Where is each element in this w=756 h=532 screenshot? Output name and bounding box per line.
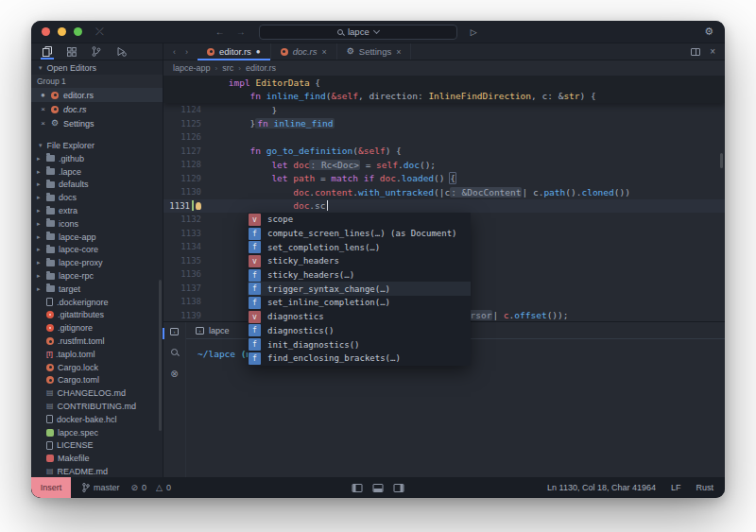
folder-item[interactable]: ▸docs (31, 191, 163, 204)
code-token: str (563, 91, 579, 101)
file-item[interactable]: LICENSE (31, 439, 163, 453)
folder-item[interactable]: ▸extra (31, 204, 163, 217)
folder-item[interactable]: ▸defaults (31, 179, 163, 192)
tab-editor.rs[interactable]: editor.rs● (198, 43, 271, 60)
completion-item[interactable]: ffind_enclosing_brackets(…) (248, 352, 471, 366)
folder-icon (46, 233, 55, 240)
completion-item[interactable]: vscope (248, 213, 471, 227)
item-label: .gitignore (58, 323, 93, 333)
error-icon: ⊘ (131, 483, 139, 492)
rust-file-icon (46, 337, 54, 345)
file-explorer-header[interactable]: ▾ File Explorer (31, 138, 163, 152)
history-nav: ← → (215, 26, 246, 37)
sticky-line: fn inline_find(&self, direction: InlineF… (163, 90, 725, 104)
line-number-text: 1128 (180, 160, 201, 169)
completion-popup: vscopefcompute_screen_lines(…) (as Docum… (248, 213, 471, 366)
folder-item[interactable]: ▸icons (31, 217, 163, 231)
explorer-icon[interactable] (43, 43, 52, 60)
open-editor-item[interactable]: ●editor.rs (31, 88, 163, 102)
tab-Settings[interactable]: ⚙Settings× (337, 43, 412, 60)
line-ending[interactable]: LF (671, 483, 681, 492)
tab-forward-icon[interactable]: › (185, 47, 188, 57)
forward-arrow-icon[interactable]: → (236, 26, 246, 37)
file-item[interactable]: .gitattributes (31, 309, 163, 322)
branch-indicator[interactable]: master (82, 483, 120, 492)
split-editor-icon[interactable] (691, 48, 700, 56)
command-palette-search[interactable]: lapce (259, 25, 457, 40)
source-control-icon[interactable] (92, 43, 101, 60)
back-arrow-icon[interactable]: ← (215, 26, 225, 37)
close-icon[interactable]: × (322, 47, 327, 57)
language-mode[interactable]: Rust (696, 483, 713, 492)
file-item[interactable]: .gitignore (31, 321, 163, 335)
breadcrumb-segment: editor.rs (246, 63, 276, 73)
file-item[interactable]: ▤README.md (31, 465, 163, 478)
open-editor-item[interactable]: ×doc.rs (31, 102, 163, 116)
code-action-lightbulb-icon[interactable] (196, 202, 201, 210)
folder-item[interactable]: ▸lapce-rpc (31, 269, 163, 283)
toggle-bottom-panel-icon[interactable] (373, 484, 384, 492)
function-kind-icon: f (249, 352, 261, 365)
file-item[interactable]: ▤CONTRIBUTING.md (31, 400, 163, 413)
completion-item[interactable]: fsticky_headers(…) (248, 268, 471, 283)
spec-file-icon (46, 429, 54, 437)
item-label: docker-bake.hcl (57, 415, 117, 424)
toggle-left-panel-icon[interactable] (352, 484, 363, 492)
window-minimize-button[interactable] (58, 27, 66, 36)
editor-scrollbar[interactable] (720, 153, 723, 168)
cursor-position[interactable]: Ln 1130, Col 18, Char 41964 (547, 483, 656, 492)
problems-indicator[interactable]: ⊘ 0 △ 0 (131, 483, 172, 492)
tab-back-icon[interactable]: ‹ (173, 47, 176, 57)
file-item[interactable]: .rustfmt.toml (31, 335, 163, 348)
line-number: 1128 (163, 160, 207, 169)
file-item[interactable]: lapce.spec (31, 426, 163, 439)
folder-item[interactable]: ▸target (31, 283, 163, 296)
folder-item[interactable]: ▸.github (31, 152, 163, 165)
completion-item[interactable]: fdiagnostics() (248, 324, 471, 338)
problems-panel-icon[interactable]: ⊗ (170, 369, 178, 379)
completion-item[interactable]: vdiagnostics (248, 310, 471, 324)
debug-icon[interactable] (116, 43, 127, 60)
item-label: .gitattributes (58, 310, 104, 319)
mode-badge[interactable]: Insert (31, 477, 71, 498)
toggle-right-panel-icon[interactable] (394, 484, 404, 492)
completion-item[interactable]: vsticky_headers (248, 254, 471, 268)
open-editor-item[interactable]: ×⚙Settings (31, 116, 163, 130)
terminal-panel-icon[interactable]: › (170, 328, 179, 335)
folder-item[interactable]: ▸.lapce (31, 165, 163, 179)
open-editor-label: editor.rs (63, 91, 94, 100)
close-icon[interactable]: × (710, 46, 715, 57)
completion-item[interactable]: ftrigger_syntax_change(…) (248, 282, 471, 296)
file-item[interactable]: Cargo.toml (31, 374, 163, 387)
completion-item[interactable]: fset_inline_completion(…) (248, 296, 471, 310)
open-editors-header[interactable]: ▾ Open Editors (31, 60, 163, 75)
search-panel-icon[interactable] (171, 349, 178, 355)
completion-item[interactable]: fcompute_screen_lines(…) (as Document) (248, 227, 471, 241)
settings-gear-icon[interactable]: ⚙ (704, 26, 713, 38)
window-zoom-button[interactable] (74, 27, 82, 36)
run-icon[interactable]: ▷ (471, 27, 477, 37)
file-item[interactable]: docker-bake.hcl (31, 413, 163, 426)
file-icon (46, 415, 53, 423)
file-item[interactable]: ▤CHANGELOG.md (31, 386, 163, 400)
file-item[interactable]: Makefile (31, 452, 163, 465)
markdown-file-icon: ▤ (46, 403, 54, 410)
folder-item[interactable]: ▸lapce-proxy (31, 256, 163, 269)
close-icon[interactable]: × (396, 47, 401, 57)
close-icon[interactable]: × (40, 119, 46, 128)
close-icon[interactable]: × (40, 105, 46, 113)
tab-doc.rs[interactable]: doc.rs× (271, 43, 337, 60)
folder-item[interactable]: ▸lapce-core (31, 244, 163, 257)
sidebar-scrollbar[interactable] (159, 280, 162, 431)
completion-item[interactable]: fset_completion_lens(…) (248, 240, 471, 254)
breadcrumb[interactable]: lapce-app›src›editor.rs (163, 60, 725, 76)
item-label: lapce-app (59, 232, 96, 242)
plugins-icon[interactable] (67, 43, 77, 60)
completion-item[interactable]: finit_diagnostics() (248, 337, 471, 352)
file-item[interactable]: [T].taplo.toml (31, 348, 163, 361)
item-label: lapce-rpc (59, 271, 94, 281)
file-item[interactable]: .dockerignore (31, 296, 163, 309)
window-close-button[interactable] (42, 27, 50, 36)
file-item[interactable]: Cargo.lock (31, 361, 163, 374)
folder-item[interactable]: ▸lapce-app (31, 231, 163, 244)
